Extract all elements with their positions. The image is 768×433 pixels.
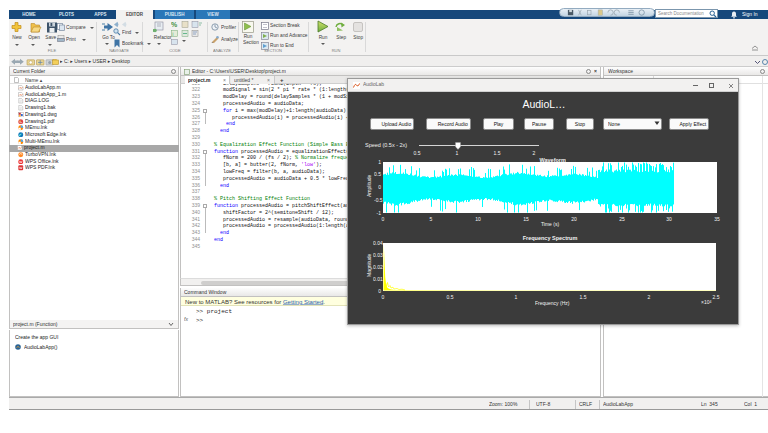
svg-text:i: i	[172, 31, 173, 37]
svg-text:%: %	[171, 21, 178, 28]
